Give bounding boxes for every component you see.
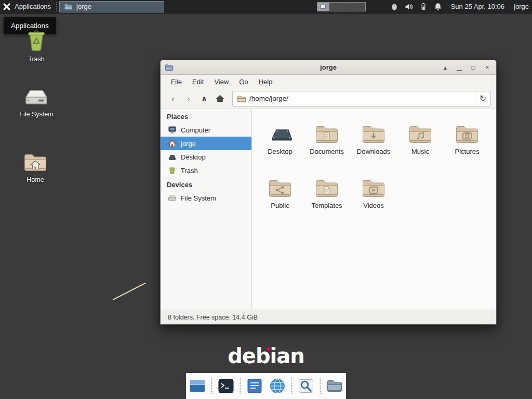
panel-clock[interactable]: Sun 25 Apr, 10:06 [451,3,504,10]
drive-icon [23,85,50,108]
home-icon [168,139,177,148]
applications-menu-label: Applications [15,3,51,10]
sidebar-item-label: jorge [181,140,196,148]
file-item-desktop[interactable]: Desktop [257,116,303,166]
dock-application-finder[interactable] [296,376,316,396]
forward-button[interactable]: › [181,91,196,106]
file-label: Templates [311,202,342,209]
file-item-public[interactable]: Public [257,170,303,220]
status-text: 8 folders, Free space: 14.4 GiB [168,314,258,321]
terminal-icon [217,377,235,395]
magnifier-icon [297,377,315,395]
dock-handle[interactable] [290,378,293,394]
workspace-2[interactable] [329,3,341,11]
file-label: Documents [310,148,344,155]
dock-web-browser[interactable] [268,376,287,396]
notification-bell-icon[interactable] [433,2,443,11]
location-bar[interactable]: /home/jorge/ ↻ [232,91,491,107]
file-label: Public [271,202,289,209]
sidebar-item-computer[interactable]: Computer [161,123,251,137]
mouse-input-icon[interactable] [390,2,399,11]
desktop-icon-file-system[interactable]: File System [10,85,62,118]
pointer-artifact [113,283,146,300]
home-folder-icon [23,153,48,174]
file-label: Music [411,148,429,155]
templates-folder-icon [314,179,339,198]
desktop-icon-home[interactable]: Home [9,153,61,183]
text-editor-icon [246,377,263,395]
file-label: Videos [363,202,384,209]
taskbar-window-label: jorge [76,3,91,10]
menu-file[interactable]: File [166,76,187,88]
status-bar: 8 folders, Free space: 14.4 GiB [161,310,496,324]
panel-separator [56,2,58,11]
debian-red-dot [267,347,270,351]
up-button[interactable]: ∧ [197,91,211,106]
shade-button[interactable]: ▴ [442,64,449,71]
music-folder-icon [408,125,433,144]
workspace-4[interactable] [353,3,365,11]
workspace-1[interactable] [317,3,329,11]
documents-folder-icon [314,125,339,144]
public-folder-icon [268,179,292,198]
dock-handle[interactable] [210,378,213,394]
close-button[interactable]: × [484,64,491,71]
menu-go[interactable]: Go [234,76,253,88]
file-label: Pictures [455,148,480,155]
panel-user-menu[interactable]: jorge [514,3,529,10]
battery-icon[interactable] [419,2,428,11]
debian-text: debian [228,344,304,368]
workspace-switcher [317,2,366,11]
reload-button[interactable]: ↻ [475,91,490,106]
sidebar-item-file-system[interactable]: File System [161,191,251,205]
file-item-music[interactable]: Music [397,116,444,166]
sidebar-item-jorge[interactable]: jorge [161,137,251,150]
home-icon [215,94,225,103]
globe-icon [269,377,286,395]
back-button[interactable]: ‹ [166,91,180,106]
trash-icon [24,27,49,53]
trash-icon [168,166,177,175]
title-bar[interactable]: jorge ▴ ▁ □ × [161,60,496,75]
sidebar-item-label: Desktop [181,153,206,161]
desktop-icon [268,125,292,144]
file-item-templates[interactable]: Templates [303,170,350,220]
volume-icon[interactable] [404,2,414,11]
menu-edit[interactable]: Edit [187,76,209,88]
menu-help[interactable]: Help [254,76,278,88]
desktop-icon-label: File System [19,111,53,118]
taskbar-window-button[interactable]: jorge [59,1,164,12]
file-item-pictures[interactable]: Pictures [444,116,490,166]
dock-handle[interactable] [319,378,322,394]
applications-menu-button[interactable]: Applications [0,0,55,13]
menu-view[interactable]: View [209,76,234,88]
sidebar-item-label: Trash [181,167,198,175]
file-item-documents[interactable]: Documents [303,116,350,166]
maximize-button[interactable]: □ [470,64,477,71]
workspace-3[interactable] [341,3,353,11]
file-item-videos[interactable]: Videos [350,170,397,220]
file-label: Desktop [268,148,292,155]
path-folder-icon [237,95,246,103]
minimize-button[interactable]: ▁ [456,64,463,71]
window-folder-icon [64,3,73,10]
dock-terminal[interactable] [216,376,236,396]
tool-bar: ‹ › ∧ /home/jorge/ ↻ [161,88,496,109]
dock-folder[interactable] [325,376,344,396]
file-item-downloads[interactable]: Downloads [350,116,397,166]
folder-icon [326,377,343,395]
sidebar-item-desktop[interactable]: Desktop [161,150,251,164]
videos-folder-icon [361,179,386,198]
top-panel: Applications jorge [0,0,532,14]
desktop-icon-trash[interactable]: Trash [10,27,62,63]
dock-file-manager[interactable] [188,376,207,396]
dock-handle[interactable] [239,378,242,394]
home-button[interactable] [212,91,227,106]
desktop-icon-label: Home [26,176,44,183]
dock-text-editor[interactable] [245,376,264,396]
file-view: Desktop Documents [252,109,496,310]
sidebar-item-label: Computer [181,126,210,134]
debian-wordmark: debian [228,344,304,368]
sidebar-item-trash[interactable]: Trash [161,164,251,177]
file-manager-icon [189,377,206,395]
